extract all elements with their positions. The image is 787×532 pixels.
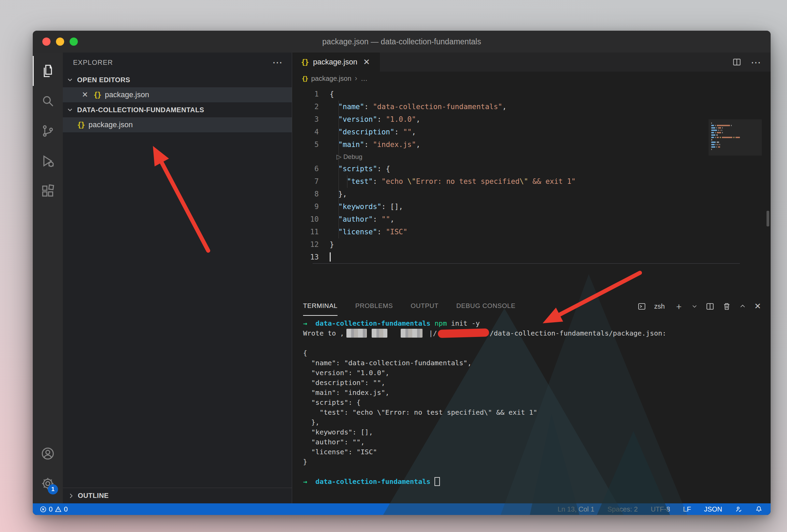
panel-tab-problems[interactable]: PROBLEMS <box>355 297 393 316</box>
terminal-line: Wrote to , |//data-collection-fundamenta… <box>303 328 771 338</box>
code-line-5[interactable]: 5 "main": "index.js", <box>292 138 771 151</box>
split-editor-icon[interactable] <box>732 58 741 66</box>
terminal-line: }, <box>303 417 771 427</box>
problems-indicator[interactable]: 0 0 <box>40 505 68 513</box>
shell-name[interactable]: zsh <box>654 302 665 310</box>
json-file-icon: {} <box>302 75 308 82</box>
panel-tab-output[interactable]: OUTPUT <box>411 297 439 316</box>
open-editor-item-package-json[interactable]: ✕ {} package.json <box>63 87 292 102</box>
explorer-more-actions-icon[interactable]: ⋯ <box>272 61 283 64</box>
redaction-block <box>401 329 423 338</box>
chevron-down-icon <box>66 76 74 84</box>
error-count: 0 <box>49 505 53 513</box>
code-line-2[interactable]: 2 "name": "data-collection-fundamentals"… <box>292 101 771 113</box>
close-panel-icon[interactable]: ✕ <box>754 302 761 310</box>
terminal-line <box>303 467 771 477</box>
split-terminal-icon[interactable] <box>706 302 714 311</box>
codelens-debug[interactable]: ▷ Debug <box>292 151 771 163</box>
json-file-icon: {} <box>77 121 84 129</box>
terminal-line: { <box>303 348 771 358</box>
breadcrumb-separator: › <box>355 74 357 83</box>
activity-bar: 1 <box>33 53 63 503</box>
terminal-line: "license": "ISC" <box>303 447 771 457</box>
explorer-sidebar: EXPLORER ⋯ OPEN EDITORS ✕ {} package.jso… <box>63 53 292 503</box>
explorer-icon[interactable] <box>33 56 63 86</box>
bottom-panel: TERMINALPROBLEMSOUTPUTDEBUG CONSOLE zsh … <box>292 297 771 503</box>
code-line-12[interactable]: 12} <box>292 238 771 251</box>
code-line-3[interactable]: 3 "version": "1.0.0", <box>292 113 771 126</box>
status-language-mode[interactable]: JSON <box>704 505 722 513</box>
terminal-line: "main": "index.js", <box>303 388 771 398</box>
status-eol[interactable]: LF <box>683 505 691 513</box>
settings-gear-icon[interactable]: 1 <box>33 469 63 499</box>
tab-package-json[interactable]: {} package.json ✕ <box>292 53 380 72</box>
settings-badge: 1 <box>48 484 58 494</box>
code-line-10[interactable]: 10 "author": "", <box>292 213 771 226</box>
code-line-1[interactable]: 1{ <box>292 88 771 101</box>
tree-item-package-json[interactable]: {} package.json <box>63 117 292 132</box>
minimap[interactable] <box>709 119 762 156</box>
terminal-line: "scripts": { <box>303 398 771 408</box>
scrollbar-thumb[interactable] <box>767 211 769 226</box>
terminal-line: } <box>303 457 771 467</box>
window-title: package.json — data-collection-fundament… <box>33 37 771 46</box>
warning-count: 0 <box>64 505 68 513</box>
source-control-icon[interactable] <box>33 116 63 146</box>
code-line-4[interactable]: 4 "description": "", <box>292 126 771 138</box>
terminal-line: "keywords": [], <box>303 427 771 437</box>
status-bar: 0 0 Ln 13, Col 1Spaces: 2UTF-8LFJSON <box>33 503 771 515</box>
terminal-line <box>303 338 771 348</box>
terminal-output[interactable]: → data-collection-fundamentals npm init … <box>292 316 771 503</box>
terminal-line: "description": "", <box>303 378 771 388</box>
outline-section[interactable]: OUTLINE <box>63 488 292 503</box>
folder-section-header[interactable]: DATA-COLLECTION-FUNDAMENTALS <box>63 102 292 117</box>
terminal-line: → data-collection-fundamentals npm init … <box>303 319 771 328</box>
text-cursor <box>330 252 331 262</box>
status-indentation[interactable]: Spaces: 2 <box>607 505 638 513</box>
terminal-line: → data-collection-fundamentals <box>303 477 771 487</box>
extensions-icon[interactable] <box>33 176 63 206</box>
title-bar: package.json — data-collection-fundament… <box>33 31 771 53</box>
panel-tab-debug-console[interactable]: DEBUG CONSOLE <box>456 297 516 316</box>
status-right: Ln 13, Col 1Spaces: 2UTF-8LFJSON <box>558 505 762 513</box>
status-encoding[interactable]: UTF-8 <box>651 505 670 513</box>
editor-column: {} package.json ✕ ⋯ {} package.json › … <box>292 53 771 503</box>
chevron-right-icon <box>68 492 74 499</box>
json-file-icon: {} <box>94 91 101 99</box>
code-line-13[interactable]: 13 <box>292 251 771 264</box>
code-line-9[interactable]: 9 "keywords": [], <box>292 201 771 213</box>
run-debug-icon[interactable] <box>33 146 63 176</box>
warnings-icon <box>55 506 62 513</box>
terminal-icon[interactable] <box>638 302 646 311</box>
close-tab-icon[interactable]: ✕ <box>362 57 371 67</box>
terminal-line: "test": "echo \"Error: no test specified… <box>303 408 771 417</box>
code-line-8[interactable]: 8 }, <box>292 188 771 201</box>
close-editor-icon[interactable]: ✕ <box>81 90 89 99</box>
account-icon[interactable] <box>33 439 63 469</box>
editor-more-actions-icon[interactable]: ⋯ <box>751 56 761 68</box>
breadcrumb[interactable]: {} package.json › … <box>292 72 771 85</box>
code-line-6[interactable]: 6 "scripts": { <box>292 163 771 175</box>
feedback-icon[interactable] <box>735 506 742 513</box>
new-terminal-icon[interactable]: ＋ <box>674 302 683 311</box>
explorer-title: EXPLORER <box>73 59 113 66</box>
kill-terminal-icon[interactable] <box>722 302 731 311</box>
code-line-11[interactable]: 11 "license": "ISC" <box>292 226 771 238</box>
editor-tab-bar: {} package.json ✕ ⋯ <box>292 53 771 72</box>
notifications-bell-icon[interactable] <box>755 506 762 513</box>
terminal-dropdown-icon[interactable] <box>691 303 698 309</box>
panel-tab-terminal[interactable]: TERMINAL <box>303 297 338 316</box>
errors-icon <box>40 506 47 513</box>
panel-header: TERMINALPROBLEMSOUTPUTDEBUG CONSOLE zsh … <box>292 297 771 316</box>
search-icon[interactable] <box>33 86 63 116</box>
code-line-7[interactable]: 7 "test": "echo \"Error: no test specifi… <box>292 175 771 188</box>
terminal-line: "author": "", <box>303 437 771 447</box>
open-editors-section[interactable]: OPEN EDITORS <box>63 72 292 87</box>
json-file-icon: {} <box>301 58 308 66</box>
status-cursor-position[interactable]: Ln 13, Col 1 <box>558 505 595 513</box>
terminal-line: "version": "1.0.0", <box>303 368 771 378</box>
red-redaction-marker <box>438 328 489 338</box>
terminal-line: "name": "data-collection-fundamentals", <box>303 358 771 368</box>
code-editor[interactable]: 1{2 "name": "data-collection-fundamental… <box>292 85 771 297</box>
maximize-panel-icon[interactable] <box>739 303 746 310</box>
